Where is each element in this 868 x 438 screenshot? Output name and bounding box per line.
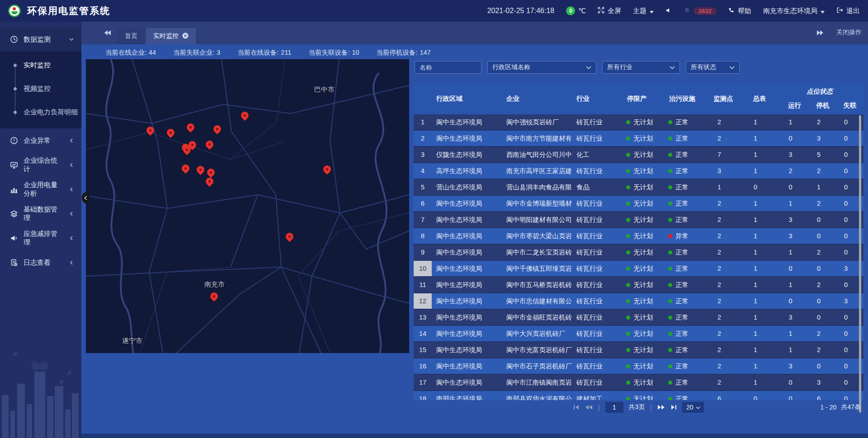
row-index: 11 bbox=[414, 277, 432, 292]
theme-dropdown[interactable]: 主题 bbox=[633, 7, 654, 15]
sidebar-item-1[interactable]: 企业异常 bbox=[0, 128, 81, 153]
table-row-4[interactable]: 4高坪生态环境局南充市高坪区王家店建砖瓦行业无计划正常31220 bbox=[414, 163, 863, 179]
prev-page-icon[interactable] bbox=[585, 405, 593, 410]
cell-meters: 1 bbox=[739, 163, 780, 179]
cell-stopped: 1 bbox=[809, 179, 836, 195]
cell-running: 3 bbox=[780, 358, 809, 374]
first-page-icon[interactable] bbox=[573, 405, 580, 410]
cell-limit-status: 无计划 bbox=[623, 375, 665, 390]
sidebar-item-2[interactable]: 企业综合统计 bbox=[0, 153, 81, 177]
status-select[interactable]: 所有状态 bbox=[686, 61, 740, 74]
stat-value: 44 bbox=[149, 49, 156, 56]
next-page-icon[interactable] bbox=[657, 405, 665, 410]
name-search-input[interactable] bbox=[415, 61, 481, 74]
table-scrollbar[interactable] bbox=[859, 115, 861, 413]
help-button[interactable]: 帮助 bbox=[728, 7, 751, 15]
cell-stopped: 2 bbox=[809, 342, 836, 358]
table-row-16[interactable]: 16阆中生态环境局阆中市石子页岩机砖厂砖瓦行业无计划正常21300 bbox=[414, 358, 863, 375]
stat-item-0: 当前在线企业:44 bbox=[105, 48, 156, 57]
tab-scroll-right-icon[interactable] bbox=[816, 29, 824, 38]
cell-facility-status: 异常 bbox=[665, 228, 708, 244]
tab-scroll-left-icon[interactable] bbox=[104, 29, 111, 38]
map-canvas[interactable]: 巴中市南充市遂宁市 bbox=[86, 59, 409, 353]
status-dot-green bbox=[668, 381, 672, 385]
cell-facility-status: 正常 bbox=[665, 391, 708, 400]
col-industry: 行业 bbox=[572, 83, 623, 114]
table-row-2[interactable]: 2阆中生态环境局阆中市南方节能建材有砖瓦行业无计划正常21030 bbox=[414, 131, 863, 147]
table-row-9[interactable]: 9阆中生态环境局阆中市二龙长宝页岩砖砖瓦行业无计划正常21120 bbox=[414, 245, 863, 261]
table-row-8[interactable]: 8阆中生态环境局阆中市枣碧大梁山页岩砖瓦行业无计划异常21300 bbox=[414, 228, 863, 245]
chevron-down-icon bbox=[69, 37, 74, 42]
status-dot-green bbox=[626, 381, 630, 385]
table-row-10[interactable]: 10阆中生态环境局阆中千佛镇五郎垭页岩砖瓦行业无计划正常21003 bbox=[414, 261, 863, 277]
cell-running: 1 bbox=[780, 342, 809, 358]
logout-button[interactable]: 退出 bbox=[836, 7, 860, 15]
filter-bar: 行政区域名称 所有行业 所有状态 bbox=[415, 61, 740, 74]
cell-limit-status: 无计划 bbox=[623, 196, 665, 211]
sidebar-subitem-0-2[interactable]: 企业电力负荷明细 bbox=[0, 100, 81, 124]
cell-company: 阆中千佛镇五郎垭页岩 bbox=[502, 261, 572, 276]
cell-industry: 砖瓦行业 bbox=[572, 228, 623, 244]
sidebar-item-0[interactable]: 数据监测 bbox=[0, 27, 81, 52]
row-index: 16 bbox=[414, 358, 432, 374]
cell-meters: 1 bbox=[739, 196, 780, 211]
sidebar-subitem-0-0[interactable]: 实时监控 bbox=[0, 53, 81, 77]
status-dot-green bbox=[626, 185, 630, 189]
cell-company: 阆中大兴页岩机砖厂 bbox=[502, 326, 572, 341]
org-dropdown[interactable]: 南充市生态环境局 bbox=[763, 7, 825, 15]
cell-region: 阆中生态环境局 bbox=[432, 310, 502, 325]
last-page-icon[interactable] bbox=[670, 405, 677, 410]
sidebar-item-3[interactable]: 企业用电量分析 bbox=[0, 177, 81, 202]
caret-down-icon bbox=[821, 7, 825, 15]
cell-points: 7 bbox=[708, 147, 739, 162]
bell-icon bbox=[684, 7, 690, 15]
chevron-down-icon bbox=[729, 64, 735, 71]
table-row-1[interactable]: 1阆中生态环境局阆中强锐页岩砖厂砖瓦行业无计划正常21120 bbox=[414, 114, 863, 131]
page-number-input[interactable] bbox=[605, 402, 623, 413]
table-row-17[interactable]: 17阆中生态环境局阆中市江南镇阆南页岩砖瓦行业无计划正常21030 bbox=[414, 375, 863, 391]
cell-points: 2 bbox=[708, 277, 739, 292]
temperature: 0 ℃ bbox=[566, 6, 586, 15]
cell-points: 6 bbox=[708, 391, 739, 400]
close-icon[interactable] bbox=[182, 33, 189, 40]
status-dot-green bbox=[668, 267, 672, 271]
cell-running: 0 bbox=[780, 179, 809, 195]
cell-stopped: 2 bbox=[809, 277, 836, 292]
table-row-5[interactable]: 5营山生态环境局营山县润丰肉食品有限食品无计划正常10010 bbox=[414, 179, 863, 196]
skyline-decoration bbox=[0, 341, 81, 438]
table-row-13[interactable]: 13阆中生态环境局阆中市金福旺页岩机砖砖瓦行业无计划正常21300 bbox=[414, 310, 863, 326]
industry-select[interactable]: 所有行业 bbox=[602, 61, 680, 74]
table-row-6[interactable]: 6阆中生态环境局阆中市金博瑞新型墙材砖瓦行业无计划正常21120 bbox=[414, 196, 863, 212]
cell-region: 阆中生态环境局 bbox=[432, 277, 502, 292]
mute-button[interactable] bbox=[665, 7, 672, 15]
table-row-14[interactable]: 14阆中生态环境局阆中大兴页岩机砖厂砖瓦行业无计划正常21120 bbox=[414, 326, 863, 342]
notifications[interactable]: 2632 bbox=[684, 7, 717, 15]
table-row-7[interactable]: 7阆中生态环境局阆中明阳建材有限公司砖瓦行业无计划正常21300 bbox=[414, 212, 863, 228]
sidebar-item-5[interactable]: 应急减排管理 bbox=[0, 226, 81, 250]
table-row-15[interactable]: 15阆中生态环境局阆中市光富页岩机砖厂砖瓦行业无计划正常21120 bbox=[414, 342, 863, 358]
cell-company: 营山县润丰肉食品有限 bbox=[502, 179, 572, 195]
table-row-18[interactable]: 18南部生态环境局南部县双华水泥有限公建材加工无计划正常60060 bbox=[414, 391, 863, 400]
tab-realtime-monitoring[interactable]: 实时监控 bbox=[146, 28, 196, 44]
region-select[interactable]: 行政区域名称 bbox=[487, 61, 596, 74]
tab-home[interactable]: 首页 bbox=[118, 28, 145, 44]
close-operations-button[interactable]: 关闭操作 bbox=[836, 28, 862, 37]
status-dot-green bbox=[668, 397, 672, 400]
cell-industry: 砖瓦行业 bbox=[572, 310, 623, 325]
sidebar-subitem-label: 视频监控 bbox=[24, 85, 51, 93]
page-size-select[interactable]: 20 bbox=[682, 402, 704, 413]
sidebar-item-6[interactable]: 日志查看 bbox=[0, 250, 81, 275]
sidebar-subitem-0-1[interactable]: 视频监控 bbox=[0, 77, 81, 100]
sidebar-item-4[interactable]: 基础数据管理 bbox=[0, 202, 81, 226]
cell-meters: 0 bbox=[739, 391, 780, 400]
cell-meters: 1 bbox=[739, 261, 780, 276]
cell-facility-status: 正常 bbox=[665, 342, 708, 358]
table-row-3[interactable]: 3仪陇生态环境局西南油气田分公司川中化工无计划正常71350 bbox=[414, 147, 863, 163]
table-row-11[interactable]: 11阆中生态环境局阆中市五马桥页岩机砖砖瓦行业无计划正常21120 bbox=[414, 277, 863, 293]
sidebar-item-label: 应急减排管理 bbox=[24, 230, 63, 247]
fullscreen-button[interactable]: 全屏 bbox=[598, 7, 621, 15]
cell-meters: 1 bbox=[739, 228, 780, 244]
cell-company: 西南油气田分公司川中 bbox=[502, 147, 572, 162]
cell-running: 3 bbox=[780, 147, 809, 162]
table-row-12[interactable]: 12阆中生态环境局阆中市忠信建材有限公砖瓦行业无计划正常21003 bbox=[414, 293, 863, 310]
